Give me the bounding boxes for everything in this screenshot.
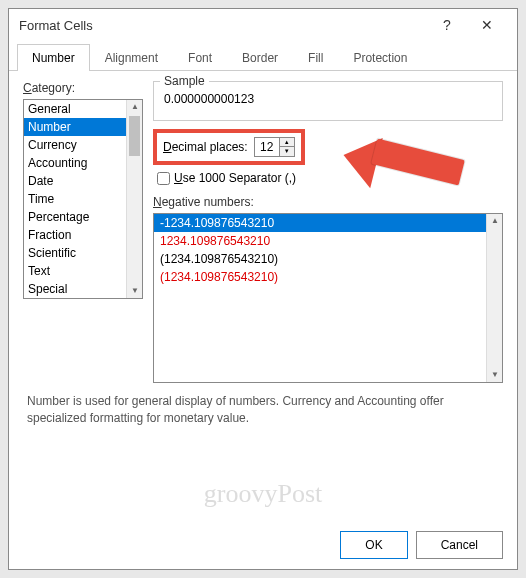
format-cells-dialog: Format Cells ? ✕ Number Alignment Font B… bbox=[8, 8, 518, 570]
spin-down-icon[interactable]: ▼ bbox=[280, 147, 294, 156]
list-item[interactable]: 1234.109876543210 bbox=[154, 232, 502, 250]
list-item[interactable]: Number bbox=[24, 118, 142, 136]
scrollbar[interactable]: ▲ ▼ bbox=[126, 100, 142, 298]
button-bar: OK Cancel bbox=[9, 521, 517, 569]
list-item[interactable]: Custom bbox=[24, 298, 142, 299]
list-item[interactable]: Scientific bbox=[24, 244, 142, 262]
negative-numbers-label: Negative numbers: bbox=[153, 195, 503, 209]
tab-border[interactable]: Border bbox=[227, 44, 293, 71]
scroll-down-icon[interactable]: ▼ bbox=[488, 368, 502, 382]
dialog-title: Format Cells bbox=[19, 18, 427, 33]
list-item[interactable]: -1234.109876543210 bbox=[154, 214, 502, 232]
spin-up-icon[interactable]: ▲ bbox=[280, 138, 294, 147]
cancel-button[interactable]: Cancel bbox=[416, 531, 503, 559]
negative-numbers-listbox[interactable]: -1234.109876543210 1234.109876543210 (12… bbox=[153, 213, 503, 383]
tab-content: Category: General Number Currency Accoun… bbox=[9, 71, 517, 521]
scroll-up-icon[interactable]: ▲ bbox=[488, 214, 502, 228]
tab-font[interactable]: Font bbox=[173, 44, 227, 71]
scroll-up-icon[interactable]: ▲ bbox=[128, 100, 142, 114]
decimal-places-highlight: Decimal places: ▲ ▼ bbox=[153, 129, 305, 165]
list-item[interactable]: (1234.109876543210) bbox=[154, 250, 502, 268]
list-item[interactable]: (1234.109876543210) bbox=[154, 268, 502, 286]
description-text: Number is used for general display of nu… bbox=[23, 383, 503, 427]
list-item[interactable]: Currency bbox=[24, 136, 142, 154]
list-item[interactable]: General bbox=[24, 100, 142, 118]
category-listbox[interactable]: General Number Currency Accounting Date … bbox=[23, 99, 143, 299]
category-label: Category: bbox=[23, 81, 143, 95]
tab-alignment[interactable]: Alignment bbox=[90, 44, 173, 71]
list-item[interactable]: Fraction bbox=[24, 226, 142, 244]
list-item[interactable]: Accounting bbox=[24, 154, 142, 172]
ok-button[interactable]: OK bbox=[340, 531, 407, 559]
sample-label: Sample bbox=[160, 74, 209, 88]
sample-value: 0.000000000123 bbox=[162, 88, 494, 110]
scroll-down-icon[interactable]: ▼ bbox=[128, 284, 142, 298]
decimal-places-spinner[interactable]: ▲ ▼ bbox=[254, 137, 295, 157]
thousands-separator-row[interactable]: Use 1000 Separator (,) bbox=[153, 171, 503, 185]
close-button[interactable]: ✕ bbox=[467, 17, 507, 33]
list-item[interactable]: Percentage bbox=[24, 208, 142, 226]
decimal-places-input[interactable] bbox=[255, 138, 279, 156]
list-item[interactable]: Time bbox=[24, 190, 142, 208]
list-item[interactable]: Text bbox=[24, 262, 142, 280]
list-item[interactable]: Special bbox=[24, 280, 142, 298]
help-button[interactable]: ? bbox=[427, 17, 467, 33]
tab-protection[interactable]: Protection bbox=[338, 44, 422, 71]
list-item[interactable]: Date bbox=[24, 172, 142, 190]
sample-group: Sample 0.000000000123 bbox=[153, 81, 503, 121]
scrollbar[interactable]: ▲ ▼ bbox=[486, 214, 502, 382]
tab-strip: Number Alignment Font Border Fill Protec… bbox=[9, 43, 517, 71]
thousands-separator-checkbox[interactable] bbox=[157, 172, 170, 185]
thousands-separator-label: Use 1000 Separator (,) bbox=[174, 171, 296, 185]
scroll-thumb[interactable] bbox=[129, 116, 140, 156]
titlebar: Format Cells ? ✕ bbox=[9, 9, 517, 41]
decimal-places-label: Decimal places: bbox=[163, 140, 248, 154]
tab-number[interactable]: Number bbox=[17, 44, 90, 71]
tab-fill[interactable]: Fill bbox=[293, 44, 338, 71]
